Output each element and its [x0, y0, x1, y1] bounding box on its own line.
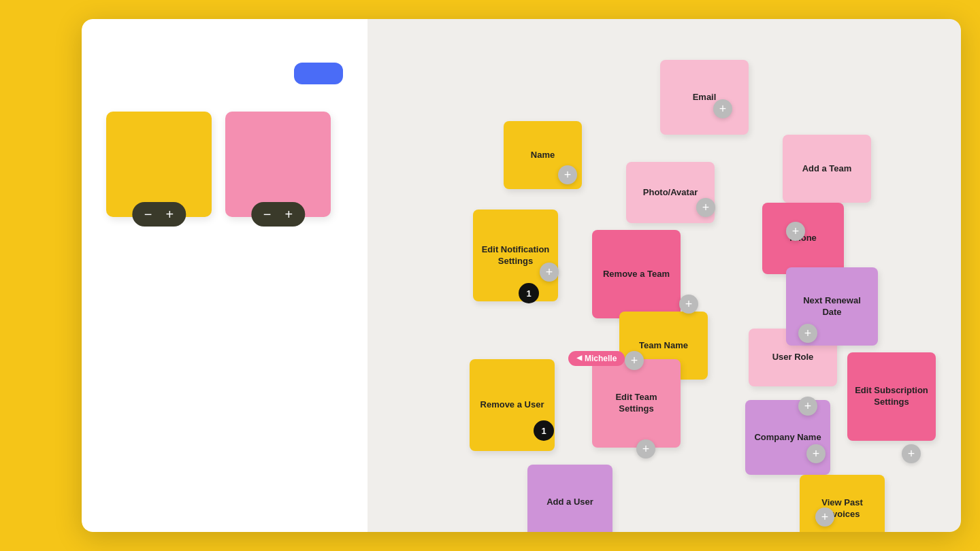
vote-increment-2[interactable]: + [285, 207, 293, 221]
add-button-ab3[interactable]: + [696, 198, 715, 217]
note-text-n3: Photo/Avatar [643, 187, 698, 199]
sticky-note-n7: Phone [762, 203, 844, 274]
note-text-n2: Email [693, 92, 717, 103]
sticky-note-n4: Edit Notification Settings [473, 210, 558, 301]
note-text-n4: Edit Notification Settings [480, 244, 551, 267]
add-button-ab9[interactable]: + [798, 397, 817, 416]
add-button-ab12[interactable]: + [815, 507, 834, 527]
vote-card-edit-notifications: − + [225, 112, 331, 217]
vote-decrement-2[interactable]: − [263, 207, 272, 221]
left-panel: − + − + [82, 19, 368, 532]
add-button-ab10[interactable]: + [636, 439, 655, 458]
sticky-note-n13: Company Name [745, 400, 830, 475]
sticky-note-n5: Remove a Team [592, 230, 681, 318]
right-panel: NameEmailPhoto/AvatarEdit Notification S… [368, 19, 961, 532]
vote-badge-vb2: 1 [534, 420, 554, 441]
sticky-note-n15: Add a User [527, 465, 612, 532]
user-tag-michelle: Michelle [568, 351, 625, 366]
sticky-note-n6: Add a Team [783, 135, 871, 203]
done-button[interactable] [294, 63, 343, 84]
note-text-n15: Add a User [546, 497, 593, 508]
add-button-ab4[interactable]: + [540, 263, 559, 282]
note-text-n1: Name [531, 150, 555, 161]
note-text-n8: Team Name [639, 340, 688, 352]
note-text-n10: Next Renewal Date [793, 295, 871, 318]
main-container: − + − + NameEmailPhoto/AvatarEdit Notifi… [82, 19, 961, 532]
vote-badge-vb1: 1 [519, 283, 539, 303]
add-button-ab11[interactable]: + [806, 444, 826, 463]
stats-row [106, 63, 343, 84]
note-text-n5: Remove a Team [603, 269, 670, 280]
vote-increment-1[interactable]: + [166, 207, 174, 221]
vote-counter-1: − + [132, 202, 186, 227]
note-text-n13: Company Name [754, 432, 821, 444]
add-button-ab8[interactable]: + [798, 324, 817, 343]
add-button-ab7[interactable]: + [625, 351, 644, 370]
cards-area: − + − + [106, 112, 343, 217]
vote-counter-2: − + [251, 202, 305, 227]
note-text-n9: User Role [772, 352, 814, 363]
vote-decrement-1[interactable]: − [144, 207, 152, 221]
note-text-n6: Add a Team [802, 163, 852, 175]
sticky-note-n12: Edit Team Settings [592, 359, 681, 448]
vote-card-remove-user: − + [106, 112, 212, 217]
note-text-n11: Remove a User [480, 399, 544, 411]
sticky-note-n14: Edit Subscription Settings [847, 352, 936, 441]
add-button-ab5[interactable]: + [786, 222, 805, 241]
add-button-ab6[interactable]: + [679, 295, 698, 314]
add-button-ab2[interactable]: + [713, 99, 732, 118]
add-button-ab13[interactable]: + [902, 444, 921, 463]
note-text-n14: Edit Subscription Settings [854, 385, 929, 408]
sticky-note-n16: View Past Invoices [800, 475, 885, 532]
sticky-note-n2: Email [660, 60, 749, 135]
add-button-ab1[interactable]: + [558, 165, 577, 184]
note-text-n12: Edit Team Settings [599, 392, 674, 415]
